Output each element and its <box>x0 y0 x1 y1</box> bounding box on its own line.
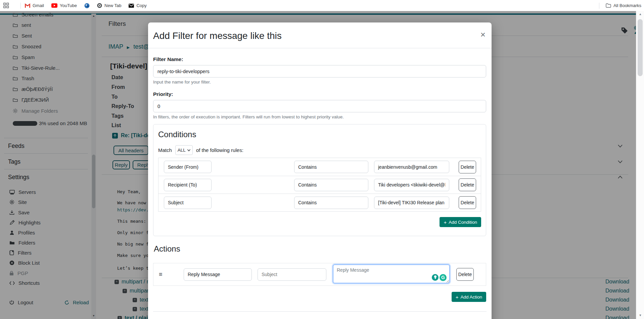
condition-field-input[interactable] <box>164 161 212 173</box>
reply-message-wrap: G <box>333 264 450 285</box>
condition-row: Delete <box>158 176 481 194</box>
condition-value-input[interactable] <box>374 161 449 173</box>
reply-message-textarea[interactable] <box>333 264 450 283</box>
bookmark-youtube[interactable]: YouTube <box>51 3 77 8</box>
add-condition-label: Add Condition <box>449 220 477 225</box>
delete-condition-button[interactable]: Delete <box>459 196 476 209</box>
actions-heading: Actions <box>154 244 486 254</box>
bookmarks-bar: Gmail YouTube New Tab Copy All Bookmarks <box>0 0 644 11</box>
new-tab-icon <box>97 3 102 8</box>
chevron-down-icon <box>187 149 190 151</box>
action-subject-input[interactable] <box>258 268 326 281</box>
plus-icon: + <box>456 294 459 300</box>
tiki-icon <box>84 3 90 8</box>
condition-row: Delete <box>158 158 481 176</box>
priority-help: In filters, the order of execution is im… <box>153 114 486 119</box>
divider <box>599 3 599 9</box>
condition-operator-input[interactable] <box>294 179 368 191</box>
scroll-thumb[interactable] <box>638 19 643 76</box>
filter-name-help: Input the name for your filter. <box>153 79 486 85</box>
scroll-down-icon[interactable]: ▼ <box>636 314 644 317</box>
bookmark-label: YouTube <box>60 3 77 8</box>
bookmark-label: New Tab <box>104 3 121 8</box>
match-row: Match ALL of the following rules: <box>158 145 481 155</box>
condition-operator-input[interactable] <box>294 161 368 173</box>
conditions-heading: Conditions <box>158 130 481 139</box>
bookmark-copy[interactable]: Copy <box>129 3 146 8</box>
condition-value-input[interactable] <box>374 197 449 209</box>
lightbulb-icon[interactable] <box>432 274 439 281</box>
filter-name-label: Filter Name: <box>153 56 486 62</box>
stop-filtering-row: Stop filtering <box>153 311 487 319</box>
bookmark-new-tab[interactable]: New Tab <box>97 3 121 8</box>
grammarly-icon[interactable]: G <box>439 273 447 282</box>
delete-condition-button[interactable]: Delete <box>459 161 476 173</box>
delete-action-button[interactable]: Delete <box>456 268 474 281</box>
bookmark-gmail[interactable]: Gmail <box>25 3 44 8</box>
gmail-icon <box>25 3 30 8</box>
add-action-button[interactable]: + Add Action <box>452 292 486 302</box>
add-action-label: Add Action <box>460 295 482 300</box>
bookmark-label: Gmail <box>33 3 44 8</box>
priority-input[interactable] <box>153 100 486 112</box>
modal-body: Filter Name: Input the name for your fil… <box>148 48 492 319</box>
match-value: ALL <box>178 148 186 153</box>
all-bookmarks-button[interactable]: All Bookmarks <box>595 0 641 11</box>
conditions-section: Conditions Match ALL of the following ru… <box>153 124 486 236</box>
condition-field-input[interactable] <box>164 197 212 209</box>
browser-scrollbar[interactable]: ▲ ▼ <box>636 11 644 319</box>
priority-label: Priority: <box>153 91 486 97</box>
scroll-up-icon[interactable]: ▲ <box>636 12 644 16</box>
conditions-table: Delete Delete <box>158 158 481 212</box>
condition-field-input[interactable] <box>164 179 212 191</box>
delete-condition-button[interactable]: Delete <box>459 178 476 191</box>
condition-operator-input[interactable] <box>294 197 368 209</box>
close-icon[interactable]: × <box>480 31 486 39</box>
match-label: Match <box>158 147 172 153</box>
envelope-icon <box>129 4 134 8</box>
apps-grid-icon[interactable] <box>3 3 9 8</box>
filter-name-input[interactable] <box>153 65 486 77</box>
plus-icon: + <box>444 219 447 225</box>
match-suffix: of the following rules: <box>196 147 243 153</box>
action-type-input[interactable] <box>184 268 252 281</box>
all-bookmarks-label: All Bookmarks <box>613 3 641 8</box>
condition-row: Delete <box>158 194 481 211</box>
folder-icon <box>606 3 611 8</box>
divider <box>20 3 21 9</box>
action-row: ≡ G Delete <box>153 263 486 286</box>
match-select[interactable]: ALL <box>175 145 193 155</box>
add-filter-modal: Add Filter for message like this × Filte… <box>148 22 492 319</box>
youtube-icon <box>51 3 57 8</box>
modal-header: Add Filter for message like this × <box>148 22 492 48</box>
bookmark-label: Copy <box>136 3 146 8</box>
drag-handle-icon[interactable]: ≡ <box>159 271 164 278</box>
condition-value-input[interactable] <box>374 179 449 191</box>
add-condition-button[interactable]: + Add Condition <box>440 217 481 227</box>
modal-title: Add Filter for message like this <box>153 31 282 41</box>
bookmark-tiki[interactable] <box>84 3 90 8</box>
